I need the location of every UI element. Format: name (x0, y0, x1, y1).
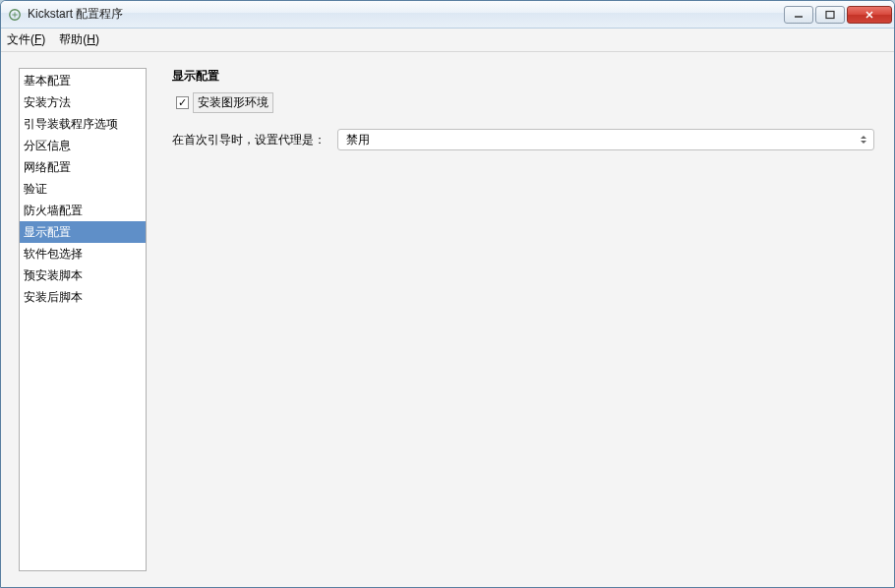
agent-row: 在首次引导时，设置代理是： 禁用 (172, 129, 874, 150)
window-title: Kickstart 配置程序 (28, 6, 782, 23)
menu-file-label: 文件 (7, 32, 30, 46)
minimize-button[interactable] (784, 6, 813, 24)
sidebar-item[interactable]: 软件包选择 (20, 243, 146, 265)
sidebar-item[interactable]: 安装后脚本 (20, 286, 146, 308)
main-panel: 显示配置 安装图形环境 在首次引导时，设置代理是： 禁用 (147, 68, 894, 571)
sidebar-item[interactable]: 引导装载程序选项 (20, 113, 146, 135)
install-gui-row: 安装图形环境 (176, 92, 874, 113)
sidebar-item[interactable]: 分区信息 (20, 135, 146, 156)
menu-file[interactable]: 文件(F) (7, 31, 45, 48)
agent-select[interactable]: 禁用 (337, 129, 874, 150)
window-controls (782, 6, 892, 24)
sidebar-item[interactable]: 网络配置 (20, 156, 146, 178)
sidebar-item[interactable]: 预安装脚本 (20, 265, 146, 286)
install-gui-label: 安装图形环境 (193, 92, 273, 113)
app-window: Kickstart 配置程序 文件(F) 帮助(H) 基本配置安装方法引导装载程… (0, 0, 895, 588)
sidebar-item[interactable]: 基本配置 (20, 70, 146, 91)
updown-icon (857, 133, 870, 147)
sidebar: 基本配置安装方法引导装载程序选项分区信息网络配置验证防火墙配置显示配置软件包选择… (19, 68, 147, 571)
install-gui-checkbox[interactable] (176, 96, 189, 109)
sidebar-item[interactable]: 验证 (20, 178, 146, 200)
content-area: 基本配置安装方法引导装载程序选项分区信息网络配置验证防火墙配置显示配置软件包选择… (1, 52, 894, 587)
agent-select-wrap: 禁用 (337, 129, 874, 150)
sidebar-item[interactable]: 防火墙配置 (20, 200, 146, 221)
maximize-button[interactable] (815, 6, 845, 24)
agent-select-value: 禁用 (346, 132, 370, 148)
section-title: 显示配置 (172, 68, 874, 85)
sidebar-item[interactable]: 安装方法 (20, 91, 146, 113)
menubar: 文件(F) 帮助(H) (1, 29, 894, 52)
app-icon (7, 7, 23, 23)
sidebar-item[interactable]: 显示配置 (20, 221, 146, 243)
agent-label: 在首次引导时，设置代理是： (172, 132, 326, 148)
menu-help-label: 帮助 (59, 32, 83, 46)
menu-file-accel: F (34, 32, 41, 46)
titlebar[interactable]: Kickstart 配置程序 (1, 1, 894, 29)
close-button[interactable] (847, 6, 892, 24)
svg-rect-1 (826, 11, 834, 18)
menu-help[interactable]: 帮助(H) (59, 31, 99, 48)
menu-help-accel: H (87, 32, 95, 46)
